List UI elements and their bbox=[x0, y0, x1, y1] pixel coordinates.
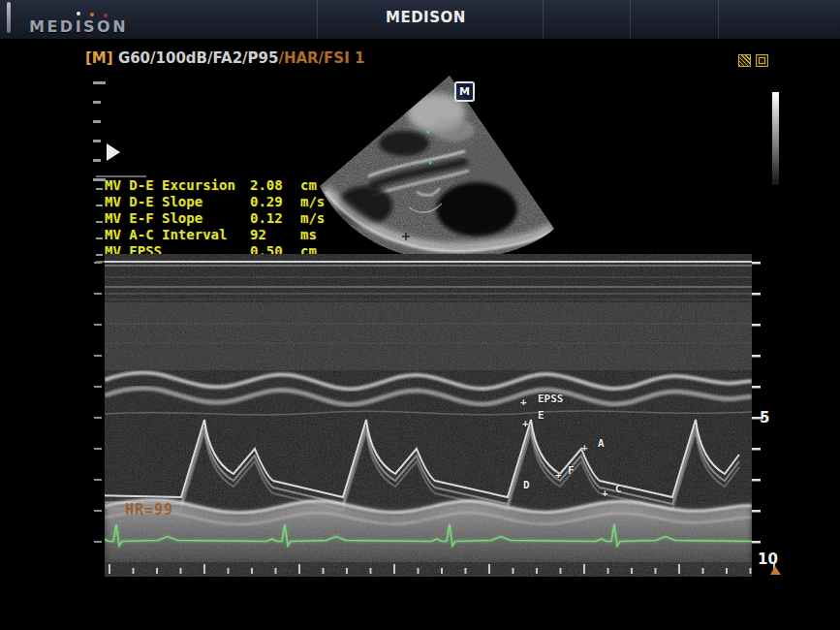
caliper-tick bbox=[96, 190, 103, 206]
measurement-row: MV E-F Slope 0.12 m/s bbox=[96, 210, 338, 227]
thumbnail-icon[interactable] bbox=[738, 54, 751, 67]
caliper-marker[interactable]: + bbox=[555, 469, 562, 480]
right-depth-ruler bbox=[752, 262, 763, 544]
titlebar-divider bbox=[718, 0, 719, 39]
depth-label-10cm: 10 bbox=[758, 551, 778, 568]
measurement-unit: m/s bbox=[300, 194, 325, 210]
logo-dot-red bbox=[104, 14, 108, 17]
measurement-value: 0.29 bbox=[250, 194, 291, 210]
logo-dot-orange bbox=[90, 13, 94, 16]
caliper-tick bbox=[96, 239, 103, 256]
measurement-value: 2.08 bbox=[250, 177, 291, 194]
caliper-tick bbox=[96, 223, 103, 239]
mode-badge: [M] bbox=[85, 49, 118, 67]
annotation-epss: EPSS bbox=[538, 394, 564, 404]
measurement-row: MV D-E Slope 0.29 m/s bbox=[96, 194, 338, 210]
annotation-a: A bbox=[598, 438, 605, 449]
measurement-unit: cm bbox=[300, 177, 317, 194]
annotation-f: F bbox=[568, 465, 575, 476]
window-title: MEDISON bbox=[386, 9, 466, 26]
measurement-row: MV A-C Interval 92 ms bbox=[96, 227, 338, 243]
mmode-trace-graphic bbox=[105, 254, 752, 577]
annotation-c: C bbox=[615, 484, 622, 494]
left-depth-ruler bbox=[94, 262, 102, 543]
caliper-marker[interactable]: + bbox=[522, 418, 529, 428]
measurement-row: MV D-E Excursion 2.08 cm bbox=[96, 177, 338, 194]
measurement-label: MV D-E Excursion bbox=[105, 177, 250, 194]
measurement-label: MV A-C Interval bbox=[105, 227, 250, 243]
panel-rule-top bbox=[96, 175, 146, 177]
left-ruler-2d bbox=[93, 81, 106, 181]
annotation-d: D bbox=[523, 480, 530, 490]
2d-sector-image bbox=[312, 72, 560, 262]
harmonic-params: /HAR/FSI 1 bbox=[278, 49, 364, 67]
mmode-trace-area: + EPSS + E + A + F D + C HR=99 bbox=[105, 254, 752, 577]
ultrasound-screen: MEDISON MEDISON [M] G60/100dB/FA2/P95/HA… bbox=[0, 0, 840, 630]
measurement-value: 92 bbox=[250, 227, 291, 243]
heart-rate-value: HR=99 bbox=[125, 501, 173, 519]
titlebar-divider bbox=[317, 0, 318, 39]
save-image-icon[interactable] bbox=[756, 54, 768, 67]
measurement-unit: ms bbox=[300, 227, 317, 243]
caliper-marker[interactable]: + bbox=[581, 442, 588, 453]
m-cursor-marker[interactable]: M bbox=[454, 81, 475, 102]
medison-logo: MEDISON bbox=[29, 17, 128, 36]
scrollbar-thumb[interactable] bbox=[7, 2, 11, 33]
grayscale-bar bbox=[772, 92, 779, 185]
acquisition-status-line: [M] G60/100dB/FA2/P95/HAR/FSI 1 bbox=[85, 49, 364, 67]
measurement-value: 0.12 bbox=[250, 210, 291, 227]
caliper-marker[interactable]: + bbox=[520, 396, 527, 407]
frame-arrow-icon bbox=[107, 143, 120, 161]
measurement-unit: m/s bbox=[300, 210, 325, 227]
title-bar: MEDISON MEDISON bbox=[0, 0, 840, 39]
titlebar-divider bbox=[543, 0, 544, 39]
caliper-tick bbox=[96, 206, 103, 223]
caliper-marker[interactable]: + bbox=[602, 488, 608, 498]
measurement-label: MV D-E Slope bbox=[105, 194, 250, 210]
annotation-e: E bbox=[538, 410, 544, 421]
logo-dot-white bbox=[77, 12, 80, 16]
measurement-label: MV E-F Slope bbox=[105, 210, 250, 227]
caliper-tick bbox=[96, 173, 103, 190]
acquisition-params: G60/100dB/FA2/P95 bbox=[118, 49, 279, 67]
depth-label-5cm: 5 bbox=[760, 409, 769, 426]
titlebar-divider bbox=[630, 0, 631, 39]
measurement-results-panel: MV D-E Excursion 2.08 cm MV D-E Slope 0.… bbox=[96, 177, 338, 260]
